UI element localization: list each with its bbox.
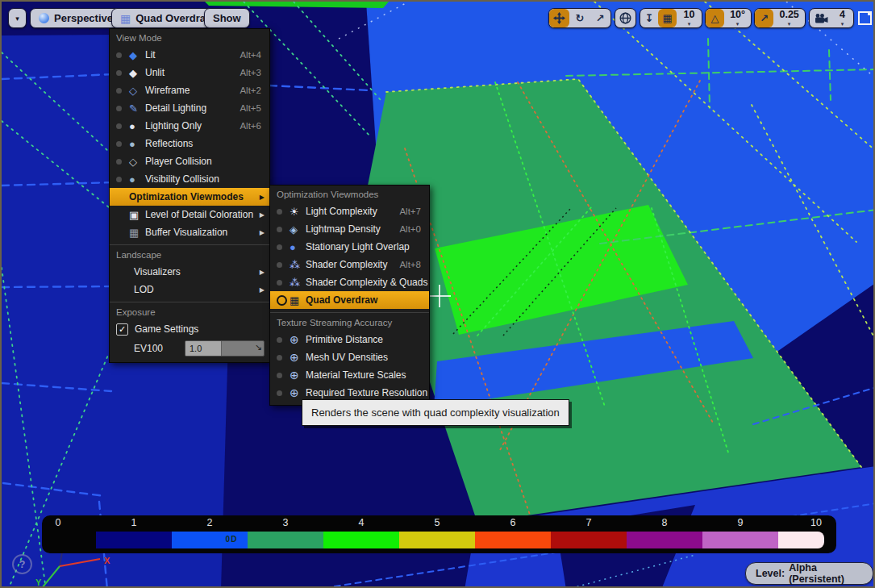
- menu-item-shader-complexity-quads[interactable]: ⁂ Shader Complexity & Quads: [270, 273, 429, 291]
- level-badge-value: Alpha (Persistent): [789, 562, 863, 585]
- menu-section-title: Exposure: [110, 305, 269, 320]
- menu-item-reflections[interactable]: ● Reflections: [110, 135, 269, 152]
- buffer-visualization-icon: ▦: [129, 227, 145, 238]
- globe-icon: [619, 12, 631, 24]
- menu-item-label: Stationary Light Overlap: [306, 241, 410, 252]
- legend-tick: 10: [804, 517, 828, 528]
- menu-item-lit[interactable]: ◆ Lit Alt+4: [110, 46, 269, 64]
- radio-icon: [277, 262, 290, 268]
- quad-grid-icon: ▦: [120, 12, 131, 25]
- tooltip: Renders the scene with quad complexity v…: [302, 399, 569, 426]
- menu-item-label: Game Settings: [135, 323, 198, 335]
- menu-item-visualizers[interactable]: Visualizers ▶: [110, 263, 269, 281]
- menu-item-mesh-uv-densities[interactable]: ⊕ Mesh UV Densities: [270, 348, 429, 366]
- move-tool-button[interactable]: [549, 9, 569, 27]
- lit-icon: ◆: [129, 50, 145, 60]
- help-button[interactable]: ?: [12, 554, 32, 574]
- coordinate-system-button[interactable]: [615, 8, 636, 28]
- menu-item-label: Mesh UV Densities: [306, 352, 388, 363]
- surface-snap-button[interactable]: ↧: [640, 9, 658, 27]
- view-mode-menu: View Mode ◆ Lit Alt+4 ◆ Unlit Alt+3 ◇ Wi…: [109, 28, 270, 363]
- show-button[interactable]: Show: [204, 8, 250, 28]
- level-badge[interactable]: Level: Alpha (Persistent): [745, 562, 873, 585]
- menu-item-lightmap-density[interactable]: ◈ Lightmap Density Alt+0: [270, 220, 429, 238]
- scale-snap-group: ↗ 0.25 ▾: [754, 8, 806, 28]
- menu-item-primitive-distance[interactable]: ⊕ Primitive Distance: [270, 331, 429, 348]
- surface-snap-icon: ↧: [645, 12, 654, 24]
- menu-item-player-collision[interactable]: ◇ Player Collision: [110, 152, 269, 170]
- rotation-snap-group: △ 10° ▾: [705, 8, 752, 28]
- checkbox-checked-icon[interactable]: ✓: [116, 323, 128, 336]
- rotate-tool-button[interactable]: ↻: [569, 9, 590, 27]
- player-collision-icon: ◇: [129, 156, 145, 167]
- radio-icon: [277, 280, 290, 286]
- rotation-snap-value: 10°: [730, 10, 745, 20]
- grid-snap-value-dropdown[interactable]: 10 ▾: [677, 9, 702, 27]
- radio-icon: [116, 123, 129, 129]
- menu-item-label: Detail Lighting: [145, 102, 206, 114]
- perspective-button[interactable]: Perspective: [30, 8, 122, 28]
- menu-item-label: Unlit: [145, 67, 165, 78]
- shortcut-label: Alt+0: [399, 224, 424, 234]
- radio-icon: [116, 70, 129, 76]
- menu-item-unlit[interactable]: ◆ Unlit Alt+3: [110, 64, 269, 81]
- lod-coloration-icon: ▣: [129, 210, 145, 220]
- menu-item-light-complexity[interactable]: ☀ Light Complexity Alt+7: [270, 202, 429, 220]
- legend-segment: [323, 532, 399, 548]
- menu-item-game-settings[interactable]: ✓ Game Settings: [110, 320, 269, 338]
- optimization-viewmodes-submenu: Optimization Viewmodes ☀ Light Complexit…: [269, 185, 430, 406]
- menu-item-label: Level of Detail Coloration: [145, 209, 253, 220]
- scale-snap-value: 0.25: [779, 10, 798, 20]
- menu-item-label: Light Complexity: [306, 206, 377, 217]
- chevron-down-icon: ▾: [15, 15, 19, 23]
- radio-icon: [116, 106, 129, 111]
- grid-snap-button[interactable]: ▦: [658, 9, 676, 27]
- menu-item-label: Lightmap Density: [306, 223, 381, 235]
- radio-icon: [116, 159, 129, 165]
- radio-icon: [116, 177, 129, 182]
- transform-tools-group: ↻ ↗: [548, 8, 611, 28]
- menu-item-lighting-only[interactable]: ● Lighting Only Alt+6: [110, 117, 269, 135]
- maximize-viewport-button[interactable]: [858, 11, 872, 25]
- legend-segment: [702, 532, 778, 548]
- menu-item-buffer-visualization[interactable]: ▦ Buffer Visualization ▶: [110, 223, 269, 241]
- radio-icon: [277, 244, 290, 250]
- menu-item-quad-overdraw[interactable]: ▦ Quad Overdraw: [270, 291, 429, 309]
- scale-snap-button[interactable]: ↗: [755, 9, 773, 27]
- menu-item-label: Lighting Only: [145, 120, 202, 131]
- menu-separator: [110, 302, 269, 302]
- chevron-down-icon: ▾: [688, 21, 691, 27]
- menu-item-stationary-light-overlap[interactable]: ● Stationary Light Overlap: [270, 238, 429, 256]
- menu-item-detail-lighting[interactable]: ✎ Detail Lighting Alt+5: [110, 99, 269, 117]
- overdraw-marker: 0D: [219, 535, 244, 544]
- menu-item-material-texture-scales[interactable]: ⊕ Material Texture Scales: [270, 366, 429, 384]
- scale-tool-button[interactable]: ↗: [590, 9, 610, 27]
- chevron-down-icon: ▾: [841, 21, 844, 27]
- legend-segment: [475, 532, 551, 548]
- scale-snap-value-dropdown[interactable]: 0.25 ▾: [773, 9, 805, 27]
- camera-speed-button[interactable]: [810, 9, 831, 27]
- menu-item-lod[interactable]: LOD ▶: [110, 281, 269, 298]
- legend-tick: 8: [652, 517, 677, 528]
- menu-item-wireframe[interactable]: ◇ Wireframe Alt+2: [110, 81, 269, 99]
- menu-item-label: Material Texture Scales: [306, 369, 406, 381]
- menu-item-optimization-viewmodes[interactable]: Optimization Viewmodes ▶: [110, 188, 269, 206]
- menu-item-label: Visibility Collision: [145, 173, 219, 185]
- shortcut-label: Alt+7: [399, 206, 424, 216]
- menu-item-visibility-collision[interactable]: ● Visibility Collision: [110, 170, 269, 188]
- menu-item-label: Quad Overdraw: [306, 294, 377, 306]
- menu-item-shader-complexity[interactable]: ⁂ Shader Complexity Alt+8: [270, 256, 429, 273]
- camera-speed-value-dropdown[interactable]: 4 ▾: [831, 9, 853, 27]
- camera-icon: [814, 14, 828, 23]
- legend-tick: 6: [501, 517, 525, 528]
- rotation-snap-button[interactable]: △: [706, 9, 724, 27]
- light-complexity-icon: ☀: [290, 206, 306, 217]
- shortcut-label: Alt+3: [240, 68, 265, 77]
- perspective-icon: [39, 13, 49, 23]
- ev100-slider[interactable]: 1.0 ↘: [185, 340, 265, 357]
- shader-complexity-icon: ⁂: [290, 260, 306, 270]
- menu-item-lod-coloration[interactable]: ▣ Level of Detail Coloration ▶: [110, 206, 269, 223]
- viewport-options-button[interactable]: ▾: [8, 8, 27, 28]
- legend-tick: 2: [198, 517, 222, 528]
- rotation-snap-value-dropdown[interactable]: 10° ▾: [724, 9, 751, 27]
